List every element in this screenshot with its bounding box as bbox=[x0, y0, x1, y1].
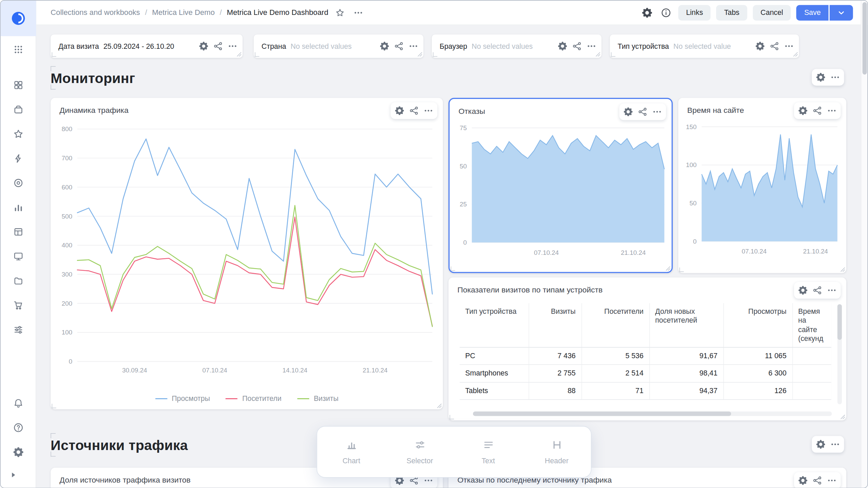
widget-device-table[interactable]: Показатели визитов по типам устройств Ти… bbox=[449, 278, 846, 421]
legend-item[interactable]: Посетители bbox=[225, 394, 281, 403]
resize-grip[interactable] bbox=[840, 414, 845, 420]
sidebar-item-collections[interactable] bbox=[8, 100, 27, 120]
more-icon[interactable] bbox=[585, 40, 598, 53]
sidebar-item-datasets[interactable] bbox=[8, 222, 27, 242]
resize-grip[interactable] bbox=[666, 266, 671, 271]
breadcrumb-collections[interactable]: Collections and workbooks bbox=[51, 8, 140, 17]
panel-item-text[interactable]: Text bbox=[457, 439, 519, 465]
sidebar-expand-icon[interactable] bbox=[6, 468, 21, 482]
sidebar-item-charts[interactable] bbox=[8, 198, 27, 218]
more-icon[interactable] bbox=[825, 284, 839, 297]
filter-4[interactable]: Тип устройстваNo selected value bbox=[610, 35, 799, 58]
scrollbar-thumb[interactable] bbox=[863, 2, 867, 75]
resize-grip[interactable] bbox=[595, 52, 600, 57]
legend-item[interactable]: Просмотры bbox=[155, 394, 210, 403]
more-icon[interactable] bbox=[422, 104, 435, 117]
relations-icon[interactable] bbox=[811, 284, 824, 297]
gear-icon[interactable] bbox=[796, 284, 809, 297]
gear-icon[interactable] bbox=[814, 438, 827, 451]
legend-swatch bbox=[155, 398, 167, 399]
gear-icon[interactable] bbox=[393, 104, 406, 117]
table-horizontal-scrollbar[interactable] bbox=[473, 411, 832, 416]
panel-item-header[interactable]: Header bbox=[526, 439, 588, 465]
relations-icon[interactable] bbox=[212, 40, 225, 53]
gear-icon[interactable] bbox=[796, 474, 809, 487]
datalens-logo[interactable] bbox=[0, 1, 36, 36]
more-icon[interactable] bbox=[825, 104, 839, 117]
sidebar-item-editor[interactable] bbox=[8, 148, 27, 168]
table-vertical-scrollbar[interactable] bbox=[837, 304, 842, 404]
scrollbar-thumb[interactable] bbox=[837, 304, 842, 340]
cancel-button[interactable]: Cancel bbox=[753, 5, 791, 20]
gear-icon[interactable] bbox=[796, 104, 809, 117]
sidebar-bell-icon[interactable] bbox=[8, 393, 27, 413]
widget-bounces[interactable]: Отказы 025507507.10.2421.10.24 bbox=[449, 98, 673, 273]
legend-swatch bbox=[225, 398, 238, 399]
sidebar-item-storage[interactable] bbox=[8, 271, 27, 291]
tabs-button[interactable]: Tabs bbox=[716, 5, 747, 20]
resize-grip[interactable] bbox=[417, 52, 422, 57]
resize-grip[interactable] bbox=[840, 267, 845, 272]
breadcrumb-more-icon[interactable] bbox=[352, 6, 365, 19]
save-button[interactable]: Save bbox=[796, 5, 829, 20]
widget-traffic-dynamics[interactable]: Динамика трафика 01002003004005006007008… bbox=[51, 98, 443, 409]
resize-grip[interactable] bbox=[437, 403, 442, 408]
more-icon[interactable] bbox=[828, 70, 842, 84]
table-column-header[interactable]: Просмотры bbox=[723, 303, 792, 347]
widget-time-on-site[interactable]: Время на сайте 05010015007.10.2421.10.24 bbox=[678, 98, 846, 273]
gear-icon[interactable] bbox=[556, 40, 569, 53]
gear-icon[interactable] bbox=[378, 40, 391, 53]
relations-icon[interactable] bbox=[407, 104, 420, 117]
sidebar-help-icon[interactable] bbox=[8, 418, 27, 438]
table-column-header[interactable]: Посетители bbox=[581, 303, 649, 347]
favorite-star-icon[interactable] bbox=[333, 6, 347, 19]
more-icon[interactable] bbox=[825, 474, 839, 487]
panel-item-chart[interactable]: Chart bbox=[320, 439, 382, 465]
dashboard-settings-icon[interactable] bbox=[640, 6, 654, 19]
filter-value[interactable]: No selected values bbox=[291, 42, 373, 50]
legend-item[interactable]: Визиты bbox=[297, 394, 338, 403]
sidebar-item-dashboards[interactable] bbox=[8, 75, 27, 95]
more-icon[interactable] bbox=[650, 105, 664, 118]
filter-value[interactable]: 25.09.2024 - 26.10.20 bbox=[103, 42, 193, 50]
relations-icon[interactable] bbox=[768, 40, 781, 53]
gear-icon[interactable] bbox=[814, 70, 827, 84]
panel-item-selector[interactable]: Selector bbox=[389, 439, 451, 465]
sidebar-item-marketplace[interactable] bbox=[8, 295, 27, 315]
scrollbar-thumb[interactable] bbox=[473, 411, 731, 416]
sidebar-item-monitor[interactable] bbox=[8, 246, 27, 266]
more-icon[interactable] bbox=[782, 40, 795, 53]
gear-icon[interactable] bbox=[622, 105, 635, 118]
table-column-header[interactable]: Тип устройства bbox=[459, 303, 528, 347]
more-icon[interactable] bbox=[407, 40, 420, 53]
filter-value[interactable]: No selected values bbox=[472, 42, 551, 50]
resize-grip[interactable] bbox=[793, 52, 798, 57]
table-column-header[interactable]: Время на сайте (секунд bbox=[792, 303, 831, 347]
table-column-header[interactable]: Визиты bbox=[529, 303, 581, 347]
relations-icon[interactable] bbox=[636, 105, 649, 118]
gear-icon[interactable] bbox=[753, 40, 767, 53]
filter-1[interactable]: Дата визита25.09.2024 - 26.10.20 bbox=[51, 35, 242, 58]
breadcrumb-workbook[interactable]: Metrica Live Demo bbox=[152, 8, 215, 17]
filter-3[interactable]: БраузерNo selected values bbox=[432, 35, 601, 58]
save-dropdown-button[interactable] bbox=[830, 5, 853, 20]
relations-icon[interactable] bbox=[570, 40, 584, 53]
relations-icon[interactable] bbox=[392, 40, 406, 53]
sidebar-item-services[interactable] bbox=[8, 173, 27, 193]
filter-value[interactable]: No selected value bbox=[673, 42, 749, 50]
table-column-header[interactable]: Доля новых посетителей bbox=[649, 303, 723, 347]
more-icon[interactable] bbox=[828, 438, 842, 451]
more-icon[interactable] bbox=[226, 40, 239, 53]
apps-menu-icon[interactable] bbox=[8, 40, 27, 60]
relations-icon[interactable] bbox=[811, 474, 824, 487]
links-button[interactable]: Links bbox=[678, 5, 711, 20]
relations-icon[interactable] bbox=[811, 104, 824, 117]
dashboard-info-icon[interactable] bbox=[659, 6, 673, 19]
resize-grip[interactable] bbox=[236, 52, 241, 57]
window-scrollbar[interactable] bbox=[861, 1, 868, 488]
gear-icon[interactable] bbox=[197, 40, 210, 53]
sidebar-gear-icon[interactable] bbox=[8, 442, 27, 462]
sidebar-item-settings-flow[interactable] bbox=[8, 320, 27, 340]
filter-2[interactable]: СтранаNo selected values bbox=[254, 35, 423, 58]
sidebar-item-favorites[interactable] bbox=[8, 124, 27, 144]
